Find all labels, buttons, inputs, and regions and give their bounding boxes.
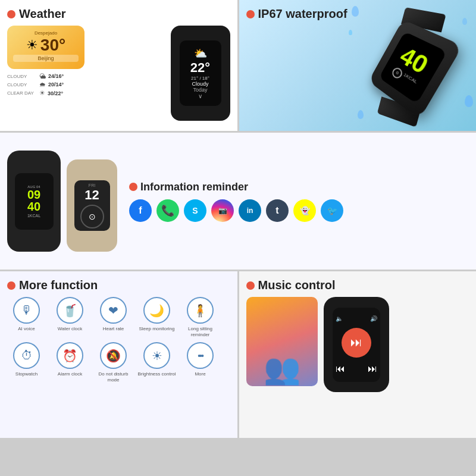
func-brightness: ☀ Brightness control xyxy=(137,342,176,383)
water-drop-2 xyxy=(462,18,467,25)
watch-time-black: 09 xyxy=(27,189,40,201)
volume-icons: 🔈 🔊 xyxy=(336,315,377,322)
music-watch: 🔈 🔊 ⏭ ⏮ ⏭ xyxy=(324,297,389,392)
info-dot xyxy=(129,183,137,191)
func-ai-voice: 🎙 AI voice xyxy=(7,297,46,337)
water-drop-3 xyxy=(358,110,364,119)
sleep-label: Sleep monitoring xyxy=(139,326,174,332)
brightness-label: Brightness control xyxy=(137,371,176,377)
watch-time-black-2: 40 xyxy=(27,201,40,212)
more-function-title-text: More function xyxy=(19,278,98,292)
watch-gold-date: FRI xyxy=(89,183,95,187)
forecast-row-3: CLEAR DAY ☀ 30/22° xyxy=(7,89,84,97)
water-splash-area: 40 ⚙ 1KCAL xyxy=(346,0,476,131)
social-section: Information reminder f 📞 S 📷 xyxy=(123,181,469,222)
vol-up-icon[interactable]: 🔊 xyxy=(370,315,377,322)
facebook-icon: f xyxy=(129,199,152,222)
prev-track-button[interactable]: ⏮ xyxy=(336,364,345,374)
stopwatch-icon: ⏱ xyxy=(13,342,40,369)
music-control-cell: Music control 👥 🔈 🔊 ⏭ xyxy=(239,271,477,438)
music-photo: 👥 xyxy=(246,297,318,386)
weather-forecast: CLOUDY 🌥 24/16° CLOUDY 🌧 20/14° CLEAR DA… xyxy=(7,73,84,98)
sitting-label: Long sitting reminder xyxy=(181,326,220,337)
alarm-icon: ⏰ xyxy=(57,342,83,369)
water-drop-5 xyxy=(465,95,473,107)
ai-voice-label: AI voice xyxy=(18,326,35,332)
more-func-dot xyxy=(7,281,15,290)
weather-status: Despejado xyxy=(13,30,79,36)
sitting-icon: 🧍 xyxy=(187,297,214,324)
weather-city: Beijing xyxy=(13,55,79,62)
clock-icon: ⊙ xyxy=(89,212,96,221)
water-clock-label: Water clock xyxy=(58,326,83,332)
more-function-title: More function xyxy=(7,278,230,292)
music-title: Music control xyxy=(246,278,469,292)
watch-temp-range: 21° / 18° xyxy=(191,76,209,81)
more-function-cell: More function 🎙 AI voice 🥤 Water clock ❤… xyxy=(0,271,237,438)
watch-gold-time: 12 xyxy=(84,187,99,203)
watch-temp: 22° xyxy=(190,60,210,76)
weather-watch: ⛅ 22° 21° / 18° Cloudy Today ∨ xyxy=(171,26,230,121)
tumblr-icon: t xyxy=(266,199,289,222)
stopwatch-label: Stopwatch xyxy=(15,371,37,377)
twitter-icon: 🐦 xyxy=(321,199,343,222)
music-photo-inner: 👥 xyxy=(246,297,318,386)
forecast-row-2: CLOUDY 🌧 20/14° xyxy=(7,81,84,88)
weather-dot xyxy=(7,10,15,18)
chevron-down-icon: ∨ xyxy=(198,93,202,99)
dnd-icon: 🔕 xyxy=(100,342,127,369)
watch-screen-gold: FRI 12 ⊙ xyxy=(74,180,110,231)
water-drop-1 xyxy=(352,6,359,17)
more-icon: ••• xyxy=(187,342,214,369)
more-label: More xyxy=(195,371,205,377)
heart-rate-label: Heart rate xyxy=(103,326,124,332)
music-dot xyxy=(246,281,255,290)
func-sitting: 🧍 Long sitting reminder xyxy=(181,297,220,337)
info-title-text: Information reminder xyxy=(140,181,248,193)
play-pause-button[interactable]: ⏭ xyxy=(342,328,371,358)
func-stopwatch: ⏱ Stopwatch xyxy=(7,342,46,383)
func-water-clock: 🥤 Water clock xyxy=(51,297,89,337)
weather-temp: 30° xyxy=(40,36,65,55)
func-sleep: 🌙 Sleep monitoring xyxy=(137,297,176,337)
brightness-icon: ☀ xyxy=(143,342,170,369)
waterproof-watch: 40 ⚙ 1KCAL xyxy=(367,5,459,131)
alarm-label: Alarm clock xyxy=(58,371,82,377)
snapchat-icon: 👻 xyxy=(293,199,316,222)
forecast-row-1: CLOUDY 🌥 24/16° xyxy=(7,73,84,80)
main-grid: Weather Despejado ☀ 30° Beijing CLOUDY 🌥… xyxy=(0,0,476,476)
weather-title-text: Weather xyxy=(19,7,66,21)
skype-icon: S xyxy=(184,199,206,222)
sun-icon: ☀ xyxy=(26,37,38,53)
linkedin-icon: in xyxy=(239,199,261,222)
cloud-icon: ⛅ xyxy=(194,47,207,60)
watch-screen-weather: ⛅ 22° 21° / 18° Cloudy Today ∨ xyxy=(180,40,221,106)
watch-screen-3d: 40 ⚙ 1KCAL xyxy=(379,32,447,104)
next-track-button[interactable]: ⏭ xyxy=(368,364,377,374)
waterproof-title-text: IP67 waterproof xyxy=(258,7,347,21)
water-drop-4 xyxy=(349,30,352,35)
music-controls: ⏮ ⏭ xyxy=(336,364,377,374)
play-icon: ⏭ xyxy=(350,336,362,349)
heart-rate-icon: ❤ xyxy=(100,297,127,324)
watch-cal: 1KCAL xyxy=(27,214,40,218)
weather-card: Despejado ☀ 30° Beijing xyxy=(7,26,84,69)
music-title-text: Music control xyxy=(258,278,336,292)
func-more: ••• More xyxy=(181,342,220,383)
sleep-icon: 🌙 xyxy=(143,297,170,324)
watch-condition: Cloudy xyxy=(192,81,208,87)
vol-down-icon[interactable]: 🔈 xyxy=(336,315,343,322)
social-icons-row: f 📞 S 📷 in t xyxy=(129,199,469,222)
water-clock-icon: 🥤 xyxy=(57,297,83,324)
watch-gold-face: ⊙ xyxy=(80,205,104,228)
watch-gold: FRI 12 ⊙ xyxy=(67,159,117,252)
weather-title: Weather xyxy=(7,7,230,21)
instagram-icon: 📷 xyxy=(211,199,234,222)
watch-3d-container: 40 ⚙ 1KCAL xyxy=(346,0,476,131)
func-dnd: 🔕 Do not disturb mode xyxy=(94,342,133,383)
function-icons-grid: 🎙 AI voice 🥤 Water clock ❤ Heart rate 🌙 … xyxy=(7,297,230,383)
watches-display: AUG 04 09 40 1KCAL FRI 12 ⊙ xyxy=(7,151,117,252)
func-alarm: ⏰ Alarm clock xyxy=(51,342,89,383)
weather-content: Despejado ☀ 30° Beijing CLOUDY 🌥 24/16° … xyxy=(7,26,230,121)
music-content: 👥 🔈 🔊 ⏭ ⏮ ⏭ xyxy=(246,297,469,431)
